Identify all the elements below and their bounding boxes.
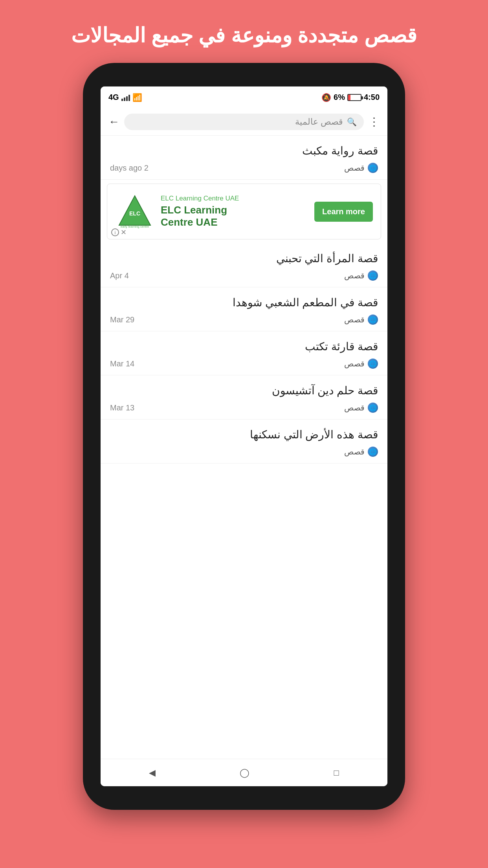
item-category: 🌐 قصص bbox=[344, 270, 378, 281]
nav-home-icon[interactable]: ◯ bbox=[232, 765, 257, 780]
bell-icon: 🔕 bbox=[321, 93, 331, 102]
back-arrow-icon[interactable]: ← bbox=[108, 116, 119, 128]
item-category: 🌐 قصص bbox=[344, 163, 378, 173]
list-item[interactable]: قصة حلم دين آتشيسون 🌐 قصص Mar 13 bbox=[101, 375, 387, 419]
ad-footer: i ✕ bbox=[111, 228, 127, 237]
category-label: قصص bbox=[344, 359, 365, 368]
content-area: قصة رواية مكبث 🌐 قصص 2 days ago bbox=[101, 136, 387, 759]
item-title: قصة حلم دين آتشيسون bbox=[110, 384, 378, 397]
nav-back-icon[interactable]: ◀ bbox=[141, 765, 163, 780]
item-title: قصة في المطعم الشعبي شوهدا bbox=[110, 296, 378, 309]
item-meta: 🌐 قصص 2 days ago bbox=[110, 163, 378, 173]
globe-icon: 🌐 bbox=[368, 359, 378, 369]
battery-icon bbox=[347, 94, 361, 101]
signal-bars-icon bbox=[121, 94, 130, 101]
item-meta: 🌐 قصص Mar 14 bbox=[110, 359, 378, 369]
globe-icon: 🌐 bbox=[368, 403, 378, 413]
search-input[interactable]: 🔍 قصص عالمية bbox=[124, 114, 364, 130]
learn-more-button[interactable]: Learn more bbox=[314, 202, 373, 222]
elc-logo-svg: ELC early learning centre bbox=[117, 194, 152, 229]
item-category: 🌐 قصص bbox=[344, 314, 378, 325]
status-right: 🔕 6% 4:50 bbox=[321, 93, 380, 102]
item-date: Mar 14 bbox=[110, 359, 134, 368]
wifi-icon: 📶 bbox=[132, 93, 142, 102]
list-item[interactable]: قصة رواية مكبث 🌐 قصص 2 days ago bbox=[101, 136, 387, 180]
status-bar: 4G 📶 🔕 6% 4:50 bbox=[101, 86, 387, 108]
category-label: قصص bbox=[344, 403, 365, 412]
list-item[interactable]: قصة في المطعم الشعبي شوهدا 🌐 قصص Mar 29 bbox=[101, 287, 387, 331]
list-item[interactable]: قصة هذه الأرض التي نسكنها 🌐 قصص bbox=[101, 419, 387, 463]
item-date: 2 days ago bbox=[110, 164, 149, 173]
globe-icon: 🌐 bbox=[368, 163, 378, 173]
phone-screen: 4G 📶 🔕 6% 4:50 ← 🔍 قصص عالمية ⋮ bbox=[101, 86, 387, 786]
phone-mockup: 4G 📶 🔕 6% 4:50 ← 🔍 قصص عالمية ⋮ bbox=[83, 63, 405, 810]
network-indicator: 4G bbox=[108, 93, 119, 102]
category-label: قصص bbox=[344, 315, 365, 324]
svg-text:ELC: ELC bbox=[129, 210, 140, 217]
ad-block: ELC early learning centre ELC Learning C… bbox=[107, 184, 381, 239]
time-display: 4:50 bbox=[364, 93, 380, 102]
category-label: قصص bbox=[344, 163, 365, 173]
item-meta: 🌐 قصص Apr 4 bbox=[110, 270, 378, 281]
category-label: قصص bbox=[344, 271, 365, 280]
ad-text-block: ELC Learning Centre UAE ELC LearningCent… bbox=[161, 195, 308, 228]
nav-square-icon[interactable]: □ bbox=[326, 765, 347, 780]
list-item[interactable]: قصة قارئة تكتب 🌐 قصص Mar 14 bbox=[101, 331, 387, 375]
nav-bar: ◀ ◯ □ bbox=[101, 759, 387, 786]
item-category: 🌐 قصص bbox=[344, 447, 378, 457]
category-label: قصص bbox=[344, 447, 365, 456]
status-left: 4G 📶 bbox=[108, 93, 142, 102]
ad-title: ELC LearningCentre UAE bbox=[161, 204, 308, 228]
ad-subtitle: ELC Learning Centre UAE bbox=[161, 195, 308, 202]
item-meta: 🌐 قصص Mar 29 bbox=[110, 314, 378, 325]
item-title: قصة قارئة تكتب bbox=[110, 340, 378, 353]
more-options-icon[interactable]: ⋮ bbox=[369, 115, 380, 128]
globe-icon: 🌐 bbox=[368, 314, 378, 325]
item-meta: 🌐 قصص bbox=[110, 447, 378, 457]
search-bar: ← 🔍 قصص عالمية ⋮ bbox=[101, 108, 387, 136]
item-title: قصة هذه الأرض التي نسكنها bbox=[110, 428, 378, 441]
globe-icon: 🌐 bbox=[368, 447, 378, 457]
ad-logo: ELC early learning centre bbox=[115, 192, 154, 231]
search-icon: 🔍 bbox=[347, 117, 357, 127]
item-category: 🌐 قصص bbox=[344, 403, 378, 413]
info-icon[interactable]: i bbox=[111, 228, 119, 236]
item-date: Mar 13 bbox=[110, 403, 134, 412]
item-title: قصة المرأة التي تحبني bbox=[110, 252, 378, 265]
close-icon[interactable]: ✕ bbox=[121, 228, 127, 237]
item-date: Mar 29 bbox=[110, 315, 134, 324]
battery-percent: 6% bbox=[334, 93, 345, 102]
search-placeholder: قصص عالمية bbox=[295, 117, 343, 127]
list-item[interactable]: قصة المرأة التي تحبني 🌐 قصص Apr 4 bbox=[101, 243, 387, 287]
item-date: Apr 4 bbox=[110, 271, 129, 280]
globe-icon: 🌐 bbox=[368, 270, 378, 281]
item-meta: 🌐 قصص Mar 13 bbox=[110, 403, 378, 413]
item-title: قصة رواية مكبث bbox=[110, 144, 378, 157]
page-title: قصص متجددة ومنوعة في جميع المجالات bbox=[71, 24, 416, 47]
item-category: 🌐 قصص bbox=[344, 359, 378, 369]
